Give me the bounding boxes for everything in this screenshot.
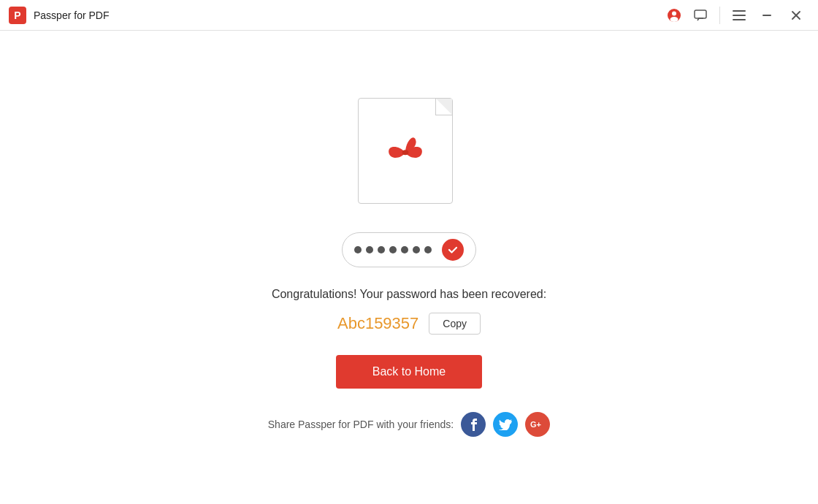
copy-button[interactable]: Copy [429, 313, 481, 335]
check-circle-icon [442, 239, 464, 261]
congrats-text: Congratulations! Your password has been … [272, 288, 546, 301]
svg-text:G+: G+ [530, 420, 541, 429]
svg-point-10 [402, 150, 409, 155]
acrobat-logo-icon [380, 126, 431, 177]
separator [719, 7, 720, 24]
dot-3 [378, 246, 385, 253]
dot-2 [366, 246, 373, 253]
svg-rect-5 [733, 15, 746, 16]
profile-button[interactable] [662, 4, 686, 27]
password-value: Abc159357 [337, 314, 418, 333]
dot-7 [424, 246, 432, 253]
svg-rect-4 [733, 10, 746, 12]
dot-1 [354, 246, 362, 253]
title-bar: P Passper for PDF [0, 0, 818, 31]
logo-letter: P [14, 9, 20, 21]
menu-button[interactable] [727, 4, 751, 27]
svg-rect-7 [762, 15, 771, 16]
dot-5 [401, 246, 408, 253]
app-title: Passper for PDF [34, 9, 662, 21]
password-row: Abc159357 Copy [337, 313, 481, 335]
password-bar [342, 232, 476, 267]
svg-rect-3 [695, 10, 706, 18]
minimize-button[interactable] [754, 2, 780, 28]
main-content: Congratulations! Your password has been … [0, 31, 818, 504]
share-text: Share Passper for PDF with your friends: [268, 419, 454, 430]
dot-6 [413, 246, 420, 253]
title-bar-controls [662, 2, 809, 28]
twitter-button[interactable] [493, 412, 518, 437]
password-dots [354, 246, 432, 253]
app-logo: P [9, 7, 26, 24]
pdf-icon-container [358, 98, 460, 215]
svg-point-2 [670, 17, 679, 22]
svg-point-1 [672, 11, 676, 15]
google-plus-button[interactable]: G+ [525, 412, 550, 437]
dot-4 [389, 246, 397, 253]
pdf-document-icon [358, 98, 453, 204]
back-to-home-button[interactable]: Back to Home [336, 355, 482, 389]
facebook-button[interactable] [461, 412, 486, 437]
close-button[interactable] [783, 2, 809, 28]
chat-button[interactable] [689, 4, 712, 27]
share-section: Share Passper for PDF with your friends:… [268, 412, 550, 437]
svg-rect-6 [733, 19, 746, 20]
